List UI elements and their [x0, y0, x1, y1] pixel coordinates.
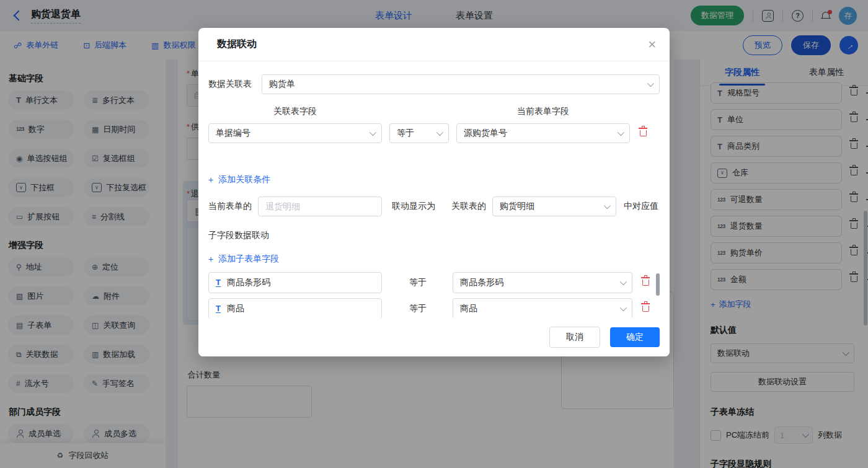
delete-mapping-icon[interactable]	[642, 303, 649, 314]
close-icon[interactable]: ×	[648, 38, 656, 51]
text-icon: T	[216, 278, 221, 288]
add-condition-link[interactable]: +添加关联条件	[208, 174, 660, 185]
related-table-field-select[interactable]: 购货明细	[492, 196, 616, 216]
mapping-row: T商品 等于 商品	[208, 298, 660, 319]
col-header-current: 当前表单字段	[456, 106, 630, 117]
modal-header: 数据联动 ×	[198, 28, 670, 61]
mapping-operator: 等于	[409, 303, 428, 314]
condition-row: 单据编号 等于 源购货单号	[208, 123, 660, 143]
chevron-down-icon	[647, 80, 654, 87]
mapping-source-box[interactable]: T商品条形码	[208, 272, 382, 293]
add-subform-field-link[interactable]: +添加子表单字段	[208, 254, 660, 265]
text-icon: T	[216, 304, 221, 314]
mapping-list-scrollbar[interactable]	[656, 273, 660, 296]
plus-icon: +	[208, 254, 213, 264]
app-root: 购货退货单 表单设计 表单设置 数据管理 ? 存 ☍表单外链 ⊡后端脚本 ▥数据…	[0, 0, 868, 468]
modal-body: 数据关联表 购货单 关联表字段 当前表单字段 单据编号 等于 源购货单号 +添加…	[198, 74, 670, 327]
subfield-linkage-title: 子字段数据联动	[208, 230, 660, 241]
cancel-button[interactable]: 取消	[549, 327, 600, 348]
display-suffix: 中对应值	[624, 201, 658, 212]
chevron-down-icon	[620, 304, 627, 311]
current-form-field-input[interactable]	[258, 196, 382, 216]
modal-title: 数据联动	[217, 38, 257, 51]
mapping-target-select[interactable]: 商品	[453, 298, 632, 319]
chevron-down-icon	[620, 278, 627, 285]
delete-condition-icon[interactable]	[640, 128, 647, 139]
data-linkage-modal: 数据联动 × 数据关联表 购货单 关联表字段 当前表单字段 单据编号 等于 源购…	[198, 28, 670, 356]
chevron-down-icon	[604, 202, 611, 209]
col-header-related: 关联表字段	[208, 106, 382, 117]
display-middle: 联动显示为	[392, 201, 435, 212]
confirm-button[interactable]: 确定	[610, 327, 660, 347]
plus-icon: +	[208, 175, 213, 185]
relation-table-label: 数据关联表	[208, 79, 252, 90]
mapping-source-box[interactable]: T商品	[208, 298, 382, 319]
condition-field-select[interactable]: 单据编号	[208, 123, 382, 143]
chevron-down-icon	[436, 129, 443, 136]
chevron-down-icon	[618, 129, 624, 136]
delete-mapping-icon[interactable]	[642, 277, 649, 288]
chevron-down-icon	[370, 129, 376, 136]
mapping-row: T商品条形码 等于 商品条形码	[208, 272, 660, 293]
mapping-target-select[interactable]: 商品条形码	[453, 272, 632, 293]
modal-footer: 取消 确定	[198, 318, 670, 356]
display-table-label: 关联表的	[451, 201, 486, 212]
display-prefix: 当前表单的	[208, 201, 252, 212]
relation-table-row: 数据关联表 购货单	[208, 74, 660, 94]
condition-target-select[interactable]: 源购货单号	[456, 123, 630, 143]
condition-column-headers: 关联表字段 当前表单字段	[208, 106, 660, 117]
relation-table-select[interactable]: 购货单	[262, 74, 660, 94]
mapping-operator: 等于	[409, 277, 428, 288]
condition-operator-select[interactable]: 等于	[389, 123, 449, 143]
display-mapping-row: 当前表单的 联动显示为 关联表的 购货明细 中对应值	[208, 196, 660, 216]
